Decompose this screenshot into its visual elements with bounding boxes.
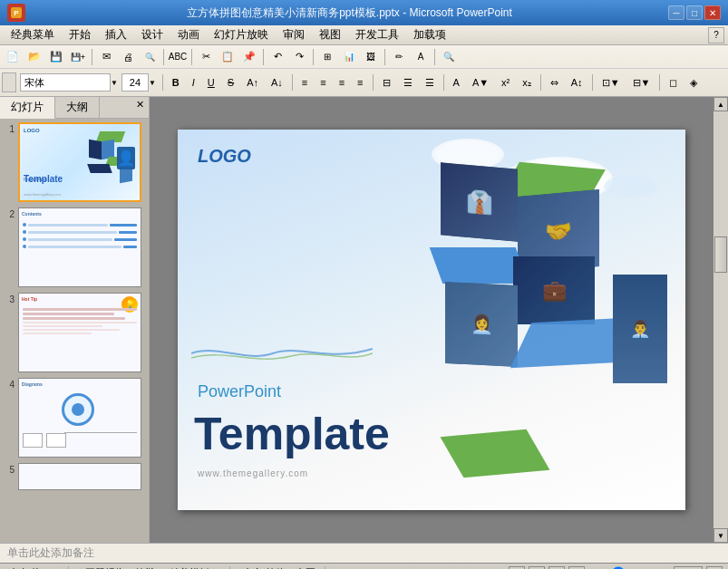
font-size-decrease[interactable]: A↓ — [266, 74, 288, 91]
new-button[interactable]: 📄 — [3, 47, 23, 67]
numbered-list-button[interactable]: ☰ — [420, 74, 440, 92]
tab-slides[interactable]: 幻灯片 — [0, 97, 55, 119]
font-color-button[interactable]: A — [411, 47, 431, 67]
undo-button[interactable]: ↶ — [267, 47, 287, 67]
app-icon: P — [7, 4, 25, 22]
s2-content-lines — [23, 223, 137, 248]
menu-insert[interactable]: 插入 — [98, 25, 134, 44]
italic-button[interactable]: I — [187, 74, 200, 91]
underline-button[interactable]: U — [202, 74, 220, 91]
spell-button[interactable]: ABC — [168, 47, 188, 67]
sep4 — [263, 49, 264, 65]
cut-button[interactable]: ✂ — [196, 47, 216, 67]
scroll-up-button[interactable]: ▲ — [713, 97, 728, 111]
slide-thumbnail-1[interactable]: 1 LOGO 👤 — [4, 122, 145, 202]
shadow-button[interactable]: ◈ — [684, 74, 703, 92]
slideshow-button[interactable]: ▶ — [568, 566, 585, 570]
fit-window-button[interactable]: ⊡ — [706, 566, 723, 570]
slide-layout-button[interactable]: ⊟▼ — [627, 74, 656, 92]
sep-fmt2 — [292, 74, 293, 91]
menu-addins[interactable]: 加载项 — [406, 25, 453, 44]
slide-img-4[interactable]: Diagrams — [18, 378, 141, 458]
bold-button[interactable]: B — [167, 74, 185, 91]
print-button[interactable]: 🖨 — [118, 47, 138, 67]
bullet-list-button[interactable]: ☰ — [398, 74, 418, 92]
email-button[interactable]: ✉ — [96, 47, 116, 67]
paste-button[interactable]: 📌 — [239, 47, 259, 67]
menu-developer[interactable]: 开发工具 — [348, 25, 406, 44]
menu-design[interactable]: 设计 — [134, 25, 170, 44]
save-button[interactable]: 💾 — [46, 47, 66, 67]
menu-bar: 经典菜单 开始 插入 设计 动画 幻灯片放映 审阅 视图 开发工具 加载项 ? — [0, 25, 728, 45]
maximize-button[interactable]: □ — [686, 5, 703, 20]
menu-slideshow[interactable]: 幻灯片放映 — [207, 25, 276, 44]
subscript-button[interactable]: x₂ — [517, 74, 537, 92]
note-area[interactable]: 单击此处添加备注 — [0, 543, 728, 563]
font-name-dropdown[interactable]: ▼ — [111, 79, 118, 87]
slide-sorter-button[interactable]: ⊟ — [529, 566, 545, 570]
style-selector[interactable] — [2, 72, 16, 92]
s3-content — [23, 308, 137, 336]
font-name-input[interactable]: 宋体 — [20, 73, 111, 92]
help-icon[interactable]: ? — [708, 27, 724, 43]
scroll-down-button[interactable]: ▼ — [713, 528, 728, 543]
insert-picture-button[interactable]: 🖼 — [361, 47, 381, 67]
close-button[interactable]: ✕ — [704, 5, 721, 20]
text-orient-button[interactable]: A↕ — [566, 74, 588, 91]
font-size-increase[interactable]: A↑ — [241, 74, 264, 91]
align-right-button[interactable]: ≡ — [334, 74, 350, 91]
strikethrough-button[interactable]: S — [222, 74, 239, 91]
slide-thumbnail-5[interactable]: 5 — [4, 463, 145, 490]
reading-view-button[interactable]: 📖 — [548, 566, 565, 570]
zoom-level[interactable]: 52% — [674, 566, 703, 570]
slide-tabs: 幻灯片 大纲 ✕ — [0, 97, 149, 119]
slide-img-3[interactable]: Hot Tip 💡 — [18, 293, 141, 372]
sep1 — [92, 49, 92, 65]
normal-view-button[interactable]: ⊞ — [509, 566, 525, 570]
slide-thumbnail-3[interactable]: 3 Hot Tip 💡 — [4, 293, 145, 372]
text-direction-button[interactable]: ⇔ — [545, 74, 564, 92]
slide-img-5[interactable] — [18, 463, 141, 490]
font-color-btn2[interactable]: A — [448, 74, 465, 91]
slide-panel: 幻灯片 大纲 ✕ 1 LOG — [0, 97, 150, 543]
preview-button[interactable]: 🔍 — [140, 47, 160, 67]
draw-button[interactable]: ✏ — [389, 47, 409, 67]
menu-animation[interactable]: 动画 — [170, 25, 207, 44]
highlight-button[interactable]: A▼ — [467, 74, 494, 91]
slide-thumbnail-2[interactable]: 2 Contents — [4, 207, 145, 287]
slide-title: Template — [194, 408, 390, 460]
minimize-button[interactable]: ─ — [668, 5, 684, 20]
slide-thumbnail-4[interactable]: 4 Diagrams — [4, 378, 145, 458]
spell-tools: ABC — [167, 46, 189, 68]
font-size-dropdown[interactable]: ▼ — [149, 79, 156, 87]
panel-close-button[interactable]: ✕ — [131, 97, 149, 118]
align-justify-button[interactable]: ≡ — [352, 74, 368, 91]
redo-button[interactable]: ↷ — [289, 47, 309, 67]
align-left-button[interactable]: ≡ — [296, 74, 313, 91]
slide-url: www.themegallery.com — [198, 468, 308, 478]
shape-fill-button[interactable]: ◻ — [664, 74, 683, 92]
scroll-track[interactable] — [713, 111, 728, 528]
open-button[interactable]: 📂 — [24, 47, 44, 67]
columns-button[interactable]: ⊟ — [377, 74, 396, 92]
align-center-button[interactable]: ≡ — [315, 74, 331, 91]
font-size-input[interactable]: 24 — [121, 73, 149, 92]
superscript-button[interactable]: x² — [496, 74, 515, 91]
insert-table-button[interactable]: ⊞ — [317, 47, 337, 67]
slide-img-2[interactable]: Contents — [18, 207, 141, 287]
menu-classic[interactable]: 经典菜单 — [4, 25, 62, 44]
scroll-thumb[interactable] — [714, 236, 727, 273]
menu-review[interactable]: 审阅 — [276, 25, 312, 44]
zoom-button[interactable]: 🔍 — [439, 47, 459, 67]
undo-tools: ↶ ↷ — [267, 46, 310, 68]
status-bar: 幻灯片 1/20 "开题报告、答辩ppt精美模板_2" 中文(简体，中国) ⊞ … — [0, 563, 728, 569]
menu-view[interactable]: 视图 — [312, 25, 348, 44]
save-as-button[interactable]: 💾+ — [68, 47, 88, 67]
copy-button[interactable]: 📋 — [218, 47, 238, 67]
design-template-button[interactable]: ⊡▼ — [597, 74, 626, 92]
insert-chart-button[interactable]: 📊 — [339, 47, 359, 67]
slide-img-1[interactable]: LOGO 👤 PowerPoint Template www.themegall… — [18, 122, 141, 202]
menu-start[interactable]: 开始 — [62, 25, 98, 44]
tab-outline[interactable]: 大纲 — [55, 97, 100, 118]
current-slide[interactable]: LOGO PowerPoint Template www.themegaller… — [178, 130, 685, 510]
